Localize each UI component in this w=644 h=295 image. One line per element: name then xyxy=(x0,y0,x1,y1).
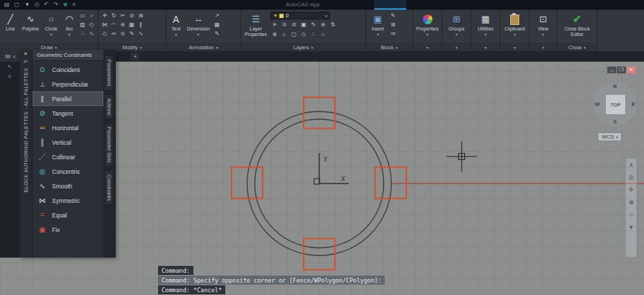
palette-item-vertical[interactable]: ║ Vertical xyxy=(33,135,103,150)
orbit-icon[interactable]: ○ xyxy=(629,212,633,218)
stretch-icon[interactable]: ≋ xyxy=(119,21,127,29)
spline-icon[interactable]: ∿ xyxy=(87,30,96,38)
arc-button[interactable]: ◠ Arc xyxy=(62,11,77,37)
move-icon[interactable]: ✛ xyxy=(101,12,109,20)
tab-parameter-sets[interactable]: Parameter Sets xyxy=(105,123,114,167)
viewcube-north-label[interactable]: N xyxy=(613,83,616,89)
layer-freeze-icon[interactable]: ⊘ xyxy=(290,21,298,29)
make-current-icon[interactable]: ✎ xyxy=(309,21,317,29)
layer-thaw-icon[interactable]: ☼ xyxy=(280,30,288,39)
match-layer-icon[interactable]: ≋ xyxy=(319,21,327,29)
rotate-icon[interactable]: ↻ xyxy=(110,12,118,20)
hatch-icon[interactable]: ▨ xyxy=(78,21,87,29)
layer-properties-button[interactable]: ☰ Layer Properties xyxy=(243,11,268,37)
trim-icon[interactable]: ✂ xyxy=(119,12,127,20)
insert-button[interactable]: ▣ Insert xyxy=(368,11,388,37)
palette-item-concentric[interactable]: ◎ Concentric xyxy=(33,164,103,179)
block-edit-icon[interactable]: ✎ xyxy=(389,12,397,20)
panel-label-properties[interactable] xyxy=(413,43,442,51)
start-tab-close-icon[interactable]: ✕ xyxy=(12,54,16,59)
viewcube-top-face[interactable]: TOP xyxy=(605,94,626,115)
utilities-button[interactable]: ▦ Utilities xyxy=(473,11,498,37)
palette-item-equal[interactable]: = Equal xyxy=(33,208,103,222)
dimension-button[interactable]: ↔ Dimension xyxy=(185,11,211,37)
close-block-editor-button[interactable]: ✔ Close Block Editor xyxy=(562,11,593,37)
palette-item-parallel[interactable]: ∥ Parallel xyxy=(33,91,103,106)
properties-button[interactable]: Properties xyxy=(415,11,440,37)
redo-icon[interactable]: ↷ xyxy=(53,2,58,8)
polyline-button[interactable]: ∿ Polyline xyxy=(20,11,41,32)
ellipse-icon[interactable]: ○ xyxy=(87,12,96,20)
palette-close-icon[interactable]: ✕ xyxy=(24,51,28,57)
palette-autohide-icon[interactable]: ↖ xyxy=(8,64,12,70)
scale-icon[interactable]: ◇ xyxy=(101,30,109,38)
text-button[interactable]: A Text xyxy=(168,11,184,37)
tab-start[interactable]: St ✕ xyxy=(0,51,21,62)
print-icon[interactable]: ⎙ xyxy=(35,2,39,8)
markup-icon[interactable]: ✎ xyxy=(213,30,221,38)
palette-item-symmetric[interactable]: ⋈ Symmetric xyxy=(33,193,103,208)
wcs-dropdown[interactable]: WCS xyxy=(598,132,622,141)
palette-item-smooth[interactable]: ∿ Smooth xyxy=(33,179,103,193)
viewcube-west-label[interactable]: W xyxy=(595,101,600,107)
navbar-chevron-icon[interactable]: ∧ xyxy=(629,162,634,168)
undo-icon[interactable]: ↶ xyxy=(44,2,49,8)
palette-titlebar[interactable]: ✕ ⇄ BLOCK AUTHORING PALETTES - ALL PALET… xyxy=(19,50,33,258)
edit-polyline-icon[interactable]: ✎ xyxy=(128,30,136,38)
pan-icon[interactable]: ✛ xyxy=(629,187,634,193)
erase-icon[interactable]: ⊘ xyxy=(128,12,136,20)
palette-item-perpendicular[interactable]: ⊥ Perpendicular xyxy=(33,77,103,91)
panel-label-utilities[interactable] xyxy=(471,43,500,51)
viewcube-east-label[interactable]: E xyxy=(632,101,635,107)
minimize-icon[interactable]: – xyxy=(607,66,616,73)
palette-item-fix[interactable]: ▣ Fix xyxy=(33,222,103,237)
layer-lock-icon[interactable]: ▣ xyxy=(299,21,308,29)
block-attributes-icon[interactable]: ≔ xyxy=(389,30,397,38)
panel-label-layers[interactable]: Layers xyxy=(241,43,365,51)
navbar-menu-icon[interactable]: ▾ xyxy=(629,224,633,231)
viewcube-south-label[interactable]: S xyxy=(613,118,616,125)
copy-icon[interactable]: ⊞ xyxy=(137,12,145,20)
polygon-icon[interactable]: ◇ xyxy=(87,21,96,29)
workspace-icon[interactable]: ⊕ xyxy=(63,2,68,8)
restore-icon[interactable]: ❐ xyxy=(617,66,626,73)
layer-isolate-icon[interactable]: ⊙ xyxy=(280,21,288,29)
table-icon[interactable]: ▦ xyxy=(213,21,221,29)
mirror-icon[interactable]: ⋈ xyxy=(101,21,109,29)
steering-wheel-icon[interactable]: ◎ xyxy=(629,175,634,181)
create-block-icon[interactable]: ⊞ xyxy=(389,21,397,29)
layer-merge-icon[interactable]: ∴ xyxy=(309,30,317,39)
rectangle-icon[interactable]: ▭ xyxy=(78,12,87,20)
groups-button[interactable]: ⊞ Groups xyxy=(444,11,469,37)
layer-walk-icon[interactable]: ⇅ xyxy=(329,21,337,29)
layer-dropdown[interactable]: ☀ 0 ▾ xyxy=(270,12,330,19)
offset-icon[interactable]: ∥ xyxy=(137,21,145,29)
layer-unisolate-icon[interactable]: ⊕ xyxy=(270,30,279,39)
palette-item-horizontal[interactable]: ═ Horizontal xyxy=(33,120,103,135)
layer-prev-icon[interactable]: ◇ xyxy=(299,30,308,39)
layer-unlock-icon[interactable]: ▢ xyxy=(290,30,298,39)
layer-on-icon[interactable]: ☀ xyxy=(273,13,277,19)
panel-label-groups[interactable] xyxy=(442,43,471,51)
explode-icon[interactable]: ═ xyxy=(110,30,118,38)
app-menu-icon[interactable]: ▤ xyxy=(4,2,10,8)
tab-constraints[interactable]: Constraints xyxy=(105,170,114,205)
layer-off-icon[interactable]: ☀ xyxy=(270,21,279,29)
line-button[interactable]: ╱ Line xyxy=(2,11,19,32)
panel-label-block[interactable]: Block xyxy=(366,43,412,51)
panel-label-annotation[interactable]: Annotation xyxy=(166,43,241,51)
fillet-icon[interactable]: ◠ xyxy=(110,21,118,29)
tab-actions[interactable]: Actions xyxy=(105,94,114,120)
point-icon[interactable]: ∴ xyxy=(78,30,87,38)
panel-label-clipboard[interactable] xyxy=(501,43,529,51)
active-ribbon-tab-highlight[interactable] xyxy=(374,0,406,10)
circle-button[interactable]: ○ Circle xyxy=(42,11,60,37)
array-icon[interactable]: ▦ xyxy=(128,21,136,29)
tab-parameters[interactable]: Parameters xyxy=(105,55,114,91)
blend-icon[interactable]: ∿ xyxy=(137,30,145,38)
new-drawing-tab-button[interactable]: + xyxy=(131,53,139,60)
palette-pin-icon[interactable]: ⇄ xyxy=(24,59,28,64)
join-icon[interactable]: ⊙ xyxy=(119,30,127,38)
palette-item-collinear[interactable]: ⋰ Collinear xyxy=(33,150,103,164)
layer-delete-icon[interactable]: ⌂ xyxy=(319,30,327,39)
